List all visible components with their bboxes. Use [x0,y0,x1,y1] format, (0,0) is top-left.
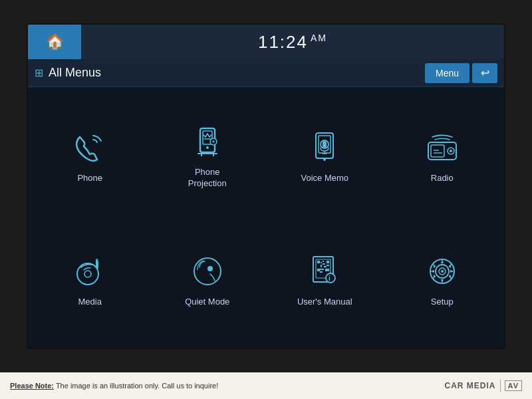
svg-rect-26 [317,261,320,263]
svg-point-20 [84,271,91,277]
bottom-bar: Please Note: The image is an illustratio… [0,372,532,399]
svg-rect-30 [323,261,324,262]
clock-area: 11:24AM [81,32,504,53]
phone-icon [66,128,113,168]
clock-time: 11:24 [258,32,308,52]
menu-button[interactable]: Menu [425,63,469,83]
back-button[interactable]: ↩ [472,63,497,83]
svg-text:i: i [329,275,331,282]
subheader: ⊞ All Menus Menu ↩ [28,59,504,87]
setup-icon [419,251,466,291]
users-manual-label: User's Manual [297,297,352,308]
svg-point-22 [194,258,221,285]
av-badge: AV [505,380,522,391]
svg-point-38 [326,273,335,283]
menu-item-setup[interactable]: Setup [384,217,501,341]
svg-point-23 [207,266,213,271]
menu-item-users-manual[interactable]: i User's Manual [266,217,384,341]
brand-divider [500,379,501,392]
svg-point-16 [450,150,452,152]
svg-rect-14 [431,145,444,157]
footer-note-prefix: Please Note: [10,382,54,390]
svg-rect-28 [317,269,320,271]
phone-projection-label: PhoneProjection [188,167,227,190]
phone-projection-icon [184,122,231,162]
clock: 11:24AM [258,32,327,53]
svg-point-2 [206,146,209,149]
radio-label: Radio [431,173,454,184]
menu-item-quiet-mode[interactable]: Quiet Mode [149,217,267,341]
menu-item-phone-projection[interactable]: PhoneProjection [149,94,267,217]
svg-rect-27 [327,261,329,263]
svg-rect-32 [321,265,322,267]
svg-rect-34 [327,265,329,266]
menu-grid: Phone [28,87,504,348]
menu-item-media[interactable]: Media [31,217,149,341]
screen: 🏠 11:24AM ⊞ All Menus Menu ↩ [27,23,505,349]
footer-note-text: The image is an illustration only. Call … [54,382,218,390]
home-button[interactable]: 🏠 [28,25,81,59]
menu-item-voice-memo[interactable]: Voice Memo [266,94,384,217]
grid-icon: ⊞ [35,66,43,79]
footer-note: Please Note: The image is an illustratio… [10,382,445,390]
footer-brand: CAR MEDIA AV [445,379,522,392]
svg-rect-9 [323,141,327,148]
svg-point-43 [441,270,444,273]
users-manual-icon: i [301,251,348,291]
svg-rect-31 [323,263,325,265]
subheader-buttons: Menu ↩ [425,63,497,83]
header: 🏠 11:24AM [28,25,504,59]
quiet-mode-icon [184,251,231,291]
svg-rect-36 [325,269,329,271]
all-menus-label: ⊞ All Menus [35,66,425,80]
home-icon: 🏠 [46,33,64,51]
subheader-title: All Menus [49,66,101,80]
svg-point-12 [323,158,326,161]
media-icon [66,251,113,291]
svg-rect-37 [320,271,323,273]
radio-icon [419,128,466,168]
voice-memo-label: Voice Memo [301,173,348,184]
clock-ampm: AM [311,33,327,43]
bezel: 🏠 11:24AM ⊞ All Menus Menu ↩ [0,0,532,372]
svg-rect-29 [321,262,322,263]
svg-rect-33 [324,266,327,267]
quiet-mode-label: Quiet Mode [185,297,229,308]
phone-label: Phone [77,173,102,184]
media-label: Media [78,297,102,308]
menu-item-radio[interactable]: Radio [384,94,501,217]
setup-label: Setup [431,297,454,308]
menu-item-phone[interactable]: Phone [31,94,149,217]
voice-memo-icon [301,128,348,168]
svg-rect-35 [320,269,324,270]
brand-name: CAR MEDIA [445,381,496,390]
